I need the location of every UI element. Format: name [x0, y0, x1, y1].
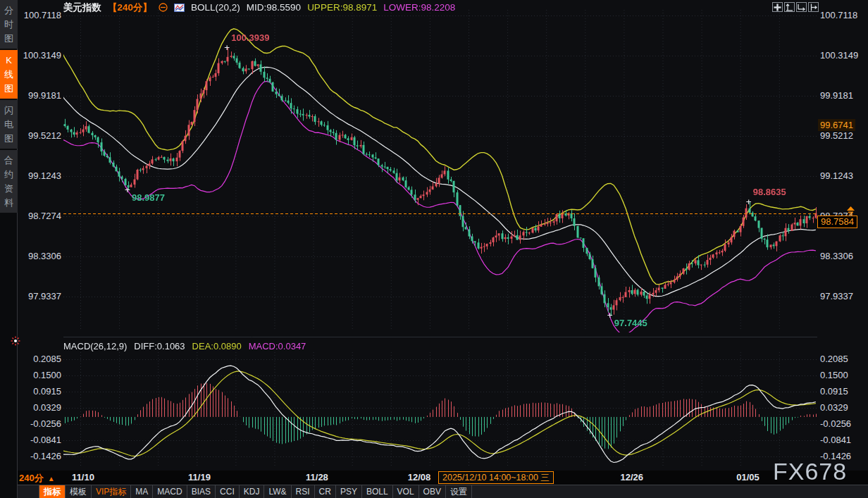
- pan-right-icon[interactable]: [808, 2, 819, 12]
- macd-title: MACD(26,12,9): [63, 341, 127, 351]
- extreme-cross-marker: +: [224, 43, 230, 52]
- axis-label: 99.1243: [820, 170, 853, 181]
- symbol-name: 美元指数: [63, 1, 101, 14]
- selected-bar-time-range: 2025/12/10 14:00~18:00 三: [438, 471, 554, 484]
- axis-label: 0.2085: [19, 354, 61, 364]
- x-axis: 240分▲ 11/1011/1911/2812/0812/2601/05 202…: [18, 471, 868, 485]
- chart-header: 美元指数 【240分】 BOLL(20,2) MID:98.5590 UPPER…: [63, 1, 455, 13]
- chart-application: 分时图K线图闪电图合约资料 美元指数 【240分】: [0, 0, 868, 498]
- low-price-label: 97.7445: [614, 318, 647, 328]
- sidebar-tab-flash-chart[interactable]: 闪电图: [0, 100, 18, 149]
- axis-label: -0.1426: [19, 451, 61, 461]
- period-selector[interactable]: 240分▲: [19, 472, 55, 485]
- axis-label: 98.3306: [19, 251, 61, 261]
- axis-label: 99.5212: [19, 130, 61, 141]
- period-label: 【240分】: [108, 1, 152, 14]
- collapse-panel-icon[interactable]: [159, 3, 168, 12]
- extreme-cross-marker: +: [746, 197, 752, 206]
- boll-mid-value: MID:98.5590: [247, 2, 301, 13]
- axis-label: -0.0841: [820, 435, 851, 445]
- axis-label: 97.9337: [19, 291, 61, 301]
- y-scale-icon[interactable]: [784, 2, 795, 12]
- axis-label: 99.9181: [820, 90, 853, 101]
- toolbar-button-template[interactable]: 模板: [66, 485, 92, 498]
- axis-label: 0.0915: [820, 386, 848, 397]
- axis-label: 98.3306: [820, 251, 853, 261]
- date-label: 12/26: [620, 472, 643, 483]
- axis-label: 99.5212: [820, 130, 853, 141]
- chart-tool-icons: [772, 2, 819, 12]
- axis-label: 100.3149: [820, 50, 858, 61]
- macd-dea-value: DEA:0.0890: [192, 341, 242, 351]
- toolbar-button-bias[interactable]: BIAS: [187, 485, 216, 498]
- candlestick-chart-canvas[interactable]: [63, 0, 817, 471]
- x-scale-icon[interactable]: [796, 2, 807, 12]
- axis-label: 0.0915: [19, 386, 61, 397]
- price-up-arrow-icon: [846, 205, 855, 218]
- date-label: 11/10: [72, 472, 94, 483]
- toolbar-button-obv[interactable]: OBV: [419, 485, 446, 498]
- toolbar-button-cr[interactable]: CR: [315, 485, 336, 498]
- high-price-label: 100.3939: [231, 33, 269, 43]
- axis-label: 0.1500: [19, 370, 61, 380]
- boll-indicator-label: BOLL(20,2): [191, 2, 240, 13]
- date-label: 12/08: [408, 472, 431, 483]
- date-label: 01/05: [736, 472, 760, 483]
- crosshair-icon[interactable]: [772, 2, 783, 12]
- axis-label: 99.1243: [19, 170, 61, 181]
- axis-label: 98.7274: [19, 211, 61, 221]
- toolbar-button-macd[interactable]: MACD: [153, 485, 187, 498]
- date-label: 11/19: [188, 472, 211, 483]
- indicator-thumbnail-icon: [174, 4, 185, 12]
- axis-label: -0.0841: [19, 435, 61, 445]
- sidebar-tab-time-chart[interactable]: 分时图: [0, 0, 18, 49]
- date-label: 11/28: [306, 472, 328, 483]
- toolbar-button-lwr[interactable]: LW&: [264, 485, 291, 498]
- axis-label: 97.9337: [820, 291, 853, 301]
- toolbar-button-vip-indicator[interactable]: VIP指标: [92, 485, 131, 498]
- toolbar-button-settings[interactable]: 设置: [446, 485, 472, 498]
- price-axis-left: 100.7118100.314999.918199.521299.124398.…: [19, 0, 61, 471]
- axis-label: 99.9181: [19, 90, 61, 101]
- indicator-toolbar: 指标模板VIP指标MAMACDBIASCCIKDJLW&RSICRPSYBOLL…: [18, 485, 868, 498]
- toolbar-button-rsi[interactable]: RSI: [292, 485, 315, 498]
- chart-main-area: 美元指数 【240分】 BOLL(20,2) MID:98.5590 UPPER…: [18, 0, 868, 498]
- axis-label: 100.7118: [820, 10, 857, 20]
- boll-upper-value: UPPER:98.8971: [307, 2, 377, 13]
- toolbar-button-indicator[interactable]: 指标: [39, 485, 66, 498]
- toolbar-button-cci[interactable]: CCI: [216, 485, 240, 498]
- high-price-label: 98.8635: [753, 187, 786, 197]
- axis-label: 0.0329: [19, 402, 61, 413]
- toolbar-button-boll[interactable]: BOLL: [362, 485, 393, 498]
- axis-label: 100.7118: [19, 10, 61, 20]
- macd-macd-value: MACD:0.0347: [249, 341, 306, 351]
- macd-diff-value: DIFF:0.1063: [134, 341, 185, 351]
- chevron-up-icon: ▲: [48, 475, 55, 483]
- toolbar-button-kdj[interactable]: KDJ: [240, 485, 265, 498]
- axis-label: -0.0256: [820, 418, 851, 429]
- sidebar-tabs: 分时图K线图闪电图合约资料: [0, 0, 17, 213]
- sidebar-tab-kline-chart[interactable]: K线图: [0, 50, 18, 99]
- extreme-cross-marker: +: [125, 185, 130, 194]
- sidebar: 分时图K线图闪电图合约资料: [0, 0, 18, 498]
- toolbar-button-ma[interactable]: MA: [131, 485, 153, 498]
- sidebar-tab-contract-info[interactable]: 合约资料: [0, 150, 18, 213]
- axis-label: 0.0329: [820, 402, 848, 413]
- axis-label: 0.2085: [820, 354, 848, 364]
- macd-header: MACD(26,12,9) DIFF:0.1063 DEA:0.0890 MAC…: [63, 341, 306, 351]
- toolbar-button-vol[interactable]: VOL: [393, 485, 419, 498]
- toolbar-button-psy[interactable]: PSY: [336, 485, 362, 498]
- price-axis-right: 100.7118100.314999.918199.521299.124398.…: [820, 0, 868, 471]
- boll-lower-value: LOWER:98.2208: [383, 2, 455, 13]
- low-price-label: 98.9877: [132, 193, 165, 203]
- extreme-cross-marker: +: [607, 311, 613, 320]
- settlement-price-marker: 99.6741: [818, 119, 855, 131]
- axis-label: 100.3149: [19, 50, 61, 61]
- axis-label: -0.0256: [19, 418, 61, 429]
- watermark-logo: FX678: [773, 458, 847, 485]
- axis-label: 0.1500: [820, 370, 848, 380]
- macd-settings-icon[interactable]: [11, 336, 20, 349]
